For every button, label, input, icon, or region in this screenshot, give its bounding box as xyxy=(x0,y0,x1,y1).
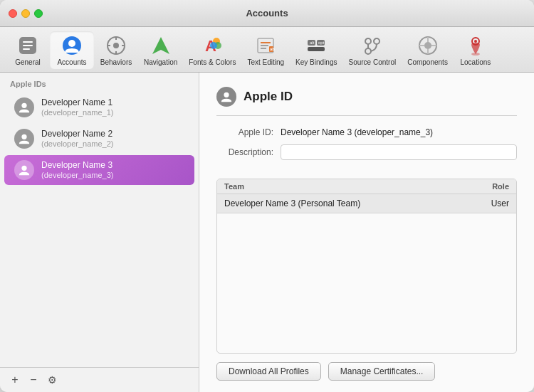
team-name-cell: Developer Name 3 (Personal Team) xyxy=(224,198,452,208)
navigation-label: Navigation xyxy=(144,58,177,66)
components-label: Components xyxy=(407,58,448,66)
accounts-icon xyxy=(61,34,83,57)
minimize-button[interactable] xyxy=(21,9,30,18)
main-window: Accounts General Acc xyxy=(0,0,534,392)
title-bar: Accounts xyxy=(0,0,534,27)
window-title: Accounts xyxy=(246,8,288,18)
sidebar-footer: + − ⚙ xyxy=(0,367,199,392)
sidebar-header: Apple IDs xyxy=(0,73,199,92)
description-input[interactable] xyxy=(281,144,517,160)
account-avatar-1 xyxy=(14,97,34,117)
source-control-icon xyxy=(361,34,384,57)
account-name-1: Developer Name 1 (developer_name_1) xyxy=(41,97,184,117)
svg-point-28 xyxy=(365,38,371,44)
description-label: Description: xyxy=(216,147,281,157)
account-avatar-2 xyxy=(14,129,34,149)
remove-account-button[interactable]: − xyxy=(26,372,41,388)
svg-point-7 xyxy=(113,43,119,48)
svg-point-41 xyxy=(21,103,26,108)
account-name-3: Developer Name 3 (developer_name_3) xyxy=(41,160,184,180)
account-item-1[interactable]: Developer Name 1 (developer_name_1) xyxy=(4,92,194,122)
detail-avatar-icon xyxy=(216,87,236,107)
role-column-header: Role xyxy=(452,182,509,191)
toolbar-item-locations[interactable]: Locations xyxy=(454,31,498,69)
maximize-button[interactable] xyxy=(34,9,43,18)
svg-rect-1 xyxy=(23,41,33,43)
svg-rect-3 xyxy=(23,48,30,50)
svg-marker-12 xyxy=(152,37,169,54)
description-row: Description: xyxy=(216,144,517,160)
text-editing-icon: ab xyxy=(254,34,277,57)
apple-id-value: Developer Name 3 (developer_name_3) xyxy=(281,127,517,137)
svg-text:ab: ab xyxy=(270,47,275,51)
svg-point-30 xyxy=(365,48,371,54)
team-table-row[interactable]: Developer Name 3 (Personal Team) User xyxy=(217,194,516,213)
svg-point-40 xyxy=(474,40,477,43)
svg-text:opt: opt xyxy=(318,41,325,45)
behaviors-icon xyxy=(105,34,127,57)
detail-panel: Apple ID Apple ID: Developer Name 3 (dev… xyxy=(199,73,534,392)
apple-id-row: Apple ID: Developer Name 3 (developer_na… xyxy=(216,127,517,137)
toolbar-item-components[interactable]: Components xyxy=(402,31,454,69)
apple-id-label: Apple ID: xyxy=(216,127,281,137)
locations-label: Locations xyxy=(460,58,491,66)
svg-point-33 xyxy=(424,42,431,49)
account-item-2[interactable]: Developer Name 2 (developer_name_2) xyxy=(4,124,194,154)
detail-header: Apple ID xyxy=(216,87,517,116)
toolbar-item-fonts-colors[interactable]: A Fonts & Colors xyxy=(183,31,241,69)
manage-certificates-button[interactable]: Manage Certificates... xyxy=(328,362,436,381)
svg-rect-25 xyxy=(308,47,325,51)
svg-point-42 xyxy=(21,134,26,139)
account-item-3[interactable]: Developer Name 3 (developer_name_3) xyxy=(4,155,194,185)
general-label: General xyxy=(15,58,41,66)
fonts-colors-label: Fonts & Colors xyxy=(189,58,236,66)
accounts-label: Accounts xyxy=(57,58,86,66)
svg-rect-2 xyxy=(23,45,33,46)
account-list: Developer Name 1 (developer_name_1) Deve… xyxy=(0,92,199,367)
svg-point-43 xyxy=(21,166,26,171)
team-section: Team Role Developer Name 3 (Personal Tea… xyxy=(216,179,517,354)
svg-point-29 xyxy=(374,38,379,44)
add-account-button[interactable]: + xyxy=(7,372,23,388)
toolbar-item-text-editing[interactable]: ab Text Editing xyxy=(241,31,290,69)
text-editing-label: Text Editing xyxy=(247,58,284,66)
fonts-colors-icon: A xyxy=(201,34,224,57)
toolbar-item-navigation[interactable]: Navigation xyxy=(138,31,183,69)
account-name-2: Developer Name 2 (developer_name_2) xyxy=(41,129,184,149)
team-table: Team Role Developer Name 3 (Personal Tea… xyxy=(216,179,517,354)
svg-point-44 xyxy=(224,92,229,97)
toolbar-item-source-control[interactable]: Source Control xyxy=(342,31,402,69)
key-bindings-label: Key Bindings xyxy=(295,58,337,66)
toolbar: General Accounts xyxy=(0,27,534,73)
team-column-header: Team xyxy=(224,182,452,191)
components-icon xyxy=(417,34,439,57)
download-profiles-button[interactable]: Download All Profiles xyxy=(216,362,321,381)
svg-point-5 xyxy=(68,40,75,47)
toolbar-item-key-bindings[interactable]: alt opt Key Bindings xyxy=(290,31,342,69)
general-icon xyxy=(16,34,39,57)
close-button[interactable] xyxy=(9,9,17,18)
key-bindings-icon: alt opt xyxy=(305,34,328,57)
toolbar-item-behaviors[interactable]: Behaviors xyxy=(94,31,138,69)
team-role-cell: User xyxy=(452,198,509,208)
main-content: Apple IDs Developer Name 1 (developer_na… xyxy=(0,73,534,392)
svg-point-16 xyxy=(210,42,217,49)
sidebar: Apple IDs Developer Name 1 (developer_na… xyxy=(0,73,199,392)
navigation-icon xyxy=(150,34,172,57)
toolbar-item-accounts[interactable]: Accounts xyxy=(50,31,94,69)
source-control-label: Source Control xyxy=(348,58,396,66)
svg-text:alt: alt xyxy=(310,41,315,45)
detail-title: Apple ID xyxy=(244,90,293,104)
team-table-header: Team Role xyxy=(217,179,516,194)
traffic-lights xyxy=(9,9,43,18)
locations-icon xyxy=(464,34,487,57)
account-avatar-3 xyxy=(14,160,34,180)
settings-button[interactable]: ⚙ xyxy=(44,372,60,388)
behaviors-label: Behaviors xyxy=(100,58,132,66)
detail-footer: Download All Profiles Manage Certificate… xyxy=(216,362,517,381)
toolbar-item-general[interactable]: General xyxy=(6,31,50,69)
